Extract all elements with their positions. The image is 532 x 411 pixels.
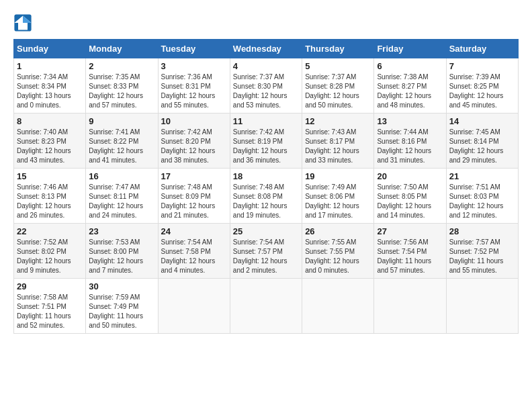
- page-header: [13, 13, 519, 32]
- day-number: 2: [89, 61, 154, 71]
- calendar-cell: 21 Sunrise: 7:51 AMSunset: 8:03 PMDaylig…: [446, 169, 518, 224]
- header-saturday: Saturday: [446, 40, 518, 58]
- calendar-cell: 11 Sunrise: 7:42 AMSunset: 8:19 PMDaylig…: [230, 113, 302, 169]
- day-number: 18: [233, 171, 299, 181]
- day-info: Sunrise: 7:59 AMSunset: 7:49 PMDaylight:…: [89, 293, 154, 330]
- day-info: Sunrise: 7:57 AMSunset: 7:52 PMDaylight:…: [449, 238, 515, 275]
- logo-icon: [13, 13, 32, 32]
- day-number: 9: [89, 116, 154, 126]
- day-info: Sunrise: 7:46 AMSunset: 8:13 PMDaylight:…: [17, 183, 83, 220]
- day-info: Sunrise: 7:37 AMSunset: 8:28 PMDaylight:…: [305, 73, 371, 110]
- week-row-5: 29 Sunrise: 7:58 AMSunset: 7:51 PMDaylig…: [14, 279, 519, 334]
- calendar-cell: 23 Sunrise: 7:53 AMSunset: 8:00 PMDaylig…: [86, 224, 158, 279]
- calendar-cell: [230, 279, 302, 334]
- day-number: 8: [17, 116, 83, 126]
- calendar-cell: 29 Sunrise: 7:58 AMSunset: 7:51 PMDaylig…: [14, 279, 86, 334]
- day-info: Sunrise: 7:41 AMSunset: 8:22 PMDaylight:…: [89, 128, 154, 165]
- calendar-cell: 18 Sunrise: 7:48 AMSunset: 8:08 PMDaylig…: [230, 169, 302, 224]
- week-row-2: 8 Sunrise: 7:40 AMSunset: 8:23 PMDayligh…: [14, 113, 519, 169]
- day-number: 11: [233, 116, 299, 126]
- day-info: Sunrise: 7:35 AMSunset: 8:33 PMDaylight:…: [89, 73, 154, 110]
- calendar-cell: 1 Sunrise: 7:34 AMSunset: 8:34 PMDayligh…: [14, 58, 86, 113]
- day-info: Sunrise: 7:55 AMSunset: 7:55 PMDaylight:…: [305, 238, 371, 275]
- calendar-cell: 12 Sunrise: 7:43 AMSunset: 8:17 PMDaylig…: [302, 113, 374, 169]
- calendar-cell: 9 Sunrise: 7:41 AMSunset: 8:22 PMDayligh…: [86, 113, 158, 169]
- day-info: Sunrise: 7:52 AMSunset: 8:02 PMDaylight:…: [17, 238, 83, 275]
- calendar-cell: 22 Sunrise: 7:52 AMSunset: 8:02 PMDaylig…: [14, 224, 86, 279]
- day-info: Sunrise: 7:40 AMSunset: 8:23 PMDaylight:…: [17, 128, 83, 165]
- day-number: 26: [305, 226, 371, 236]
- day-number: 21: [449, 171, 515, 181]
- calendar-cell: 24 Sunrise: 7:54 AMSunset: 7:58 PMDaylig…: [158, 224, 230, 279]
- day-number: 19: [305, 171, 371, 181]
- day-info: Sunrise: 7:38 AMSunset: 8:27 PMDaylight:…: [377, 73, 443, 110]
- calendar-cell: 5 Sunrise: 7:37 AMSunset: 8:28 PMDayligh…: [302, 58, 374, 113]
- calendar-cell: 19 Sunrise: 7:49 AMSunset: 8:06 PMDaylig…: [302, 169, 374, 224]
- calendar-cell: 14 Sunrise: 7:45 AMSunset: 8:14 PMDaylig…: [446, 113, 518, 169]
- calendar-cell: 30 Sunrise: 7:59 AMSunset: 7:49 PMDaylig…: [86, 279, 158, 334]
- calendar-cell: 15 Sunrise: 7:46 AMSunset: 8:13 PMDaylig…: [14, 169, 86, 224]
- day-info: Sunrise: 7:54 AMSunset: 7:57 PMDaylight:…: [233, 238, 299, 275]
- day-number: 3: [161, 61, 227, 71]
- day-number: 25: [233, 226, 299, 236]
- day-number: 17: [161, 171, 227, 181]
- day-info: Sunrise: 7:49 AMSunset: 8:06 PMDaylight:…: [305, 183, 371, 220]
- day-info: Sunrise: 7:42 AMSunset: 8:20 PMDaylight:…: [161, 128, 227, 165]
- day-info: Sunrise: 7:39 AMSunset: 8:25 PMDaylight:…: [449, 73, 515, 110]
- calendar-cell: 4 Sunrise: 7:37 AMSunset: 8:30 PMDayligh…: [230, 58, 302, 113]
- day-info: Sunrise: 7:50 AMSunset: 8:05 PMDaylight:…: [377, 183, 443, 220]
- calendar-cell: 25 Sunrise: 7:54 AMSunset: 7:57 PMDaylig…: [230, 224, 302, 279]
- day-number: 16: [89, 171, 154, 181]
- day-info: Sunrise: 7:48 AMSunset: 8:08 PMDaylight:…: [233, 183, 299, 220]
- day-number: 22: [17, 226, 83, 236]
- week-row-4: 22 Sunrise: 7:52 AMSunset: 8:02 PMDaylig…: [14, 224, 519, 279]
- calendar-cell: 7 Sunrise: 7:39 AMSunset: 8:25 PMDayligh…: [446, 58, 518, 113]
- calendar-cell: 26 Sunrise: 7:55 AMSunset: 7:55 PMDaylig…: [302, 224, 374, 279]
- day-info: Sunrise: 7:53 AMSunset: 8:00 PMDaylight:…: [89, 238, 154, 275]
- logo: [13, 13, 35, 32]
- calendar-cell: [374, 279, 446, 334]
- calendar-table: SundayMondayTuesdayWednesdayThursdayFrid…: [13, 39, 519, 334]
- day-number: 29: [17, 281, 83, 291]
- day-number: 20: [377, 171, 443, 181]
- calendar-cell: 6 Sunrise: 7:38 AMSunset: 8:27 PMDayligh…: [374, 58, 446, 113]
- header-friday: Friday: [374, 40, 446, 58]
- day-info: Sunrise: 7:43 AMSunset: 8:17 PMDaylight:…: [305, 128, 371, 165]
- header-thursday: Thursday: [302, 40, 374, 58]
- day-info: Sunrise: 7:51 AMSunset: 8:03 PMDaylight:…: [449, 183, 515, 220]
- day-number: 23: [89, 226, 154, 236]
- day-number: 13: [377, 116, 443, 126]
- calendar-cell: 13 Sunrise: 7:44 AMSunset: 8:16 PMDaylig…: [374, 113, 446, 169]
- day-number: 7: [449, 61, 515, 71]
- calendar-cell: 3 Sunrise: 7:36 AMSunset: 8:31 PMDayligh…: [158, 58, 230, 113]
- day-number: 4: [233, 61, 299, 71]
- calendar-header-row: SundayMondayTuesdayWednesdayThursdayFrid…: [14, 40, 519, 58]
- calendar-cell: 27 Sunrise: 7:56 AMSunset: 7:54 PMDaylig…: [374, 224, 446, 279]
- day-info: Sunrise: 7:58 AMSunset: 7:51 PMDaylight:…: [17, 293, 83, 330]
- day-number: 5: [305, 61, 371, 71]
- day-info: Sunrise: 7:45 AMSunset: 8:14 PMDaylight:…: [449, 128, 515, 165]
- day-number: 1: [17, 61, 83, 71]
- calendar-cell: 16 Sunrise: 7:47 AMSunset: 8:11 PMDaylig…: [86, 169, 158, 224]
- day-info: Sunrise: 7:56 AMSunset: 7:54 PMDaylight:…: [377, 238, 443, 275]
- calendar-cell: 10 Sunrise: 7:42 AMSunset: 8:20 PMDaylig…: [158, 113, 230, 169]
- calendar-cell: 28 Sunrise: 7:57 AMSunset: 7:52 PMDaylig…: [446, 224, 518, 279]
- day-number: 27: [377, 226, 443, 236]
- day-number: 6: [377, 61, 443, 71]
- day-info: Sunrise: 7:48 AMSunset: 8:09 PMDaylight:…: [161, 183, 227, 220]
- day-info: Sunrise: 7:47 AMSunset: 8:11 PMDaylight:…: [89, 183, 154, 220]
- calendar-cell: 20 Sunrise: 7:50 AMSunset: 8:05 PMDaylig…: [374, 169, 446, 224]
- calendar-cell: [446, 279, 518, 334]
- day-info: Sunrise: 7:36 AMSunset: 8:31 PMDaylight:…: [161, 73, 227, 110]
- day-info: Sunrise: 7:44 AMSunset: 8:16 PMDaylight:…: [377, 128, 443, 165]
- header-tuesday: Tuesday: [158, 40, 230, 58]
- calendar-cell: 2 Sunrise: 7:35 AMSunset: 8:33 PMDayligh…: [86, 58, 158, 113]
- day-number: 14: [449, 116, 515, 126]
- day-number: 30: [89, 281, 154, 291]
- day-number: 12: [305, 116, 371, 126]
- calendar-cell: [158, 279, 230, 334]
- day-info: Sunrise: 7:42 AMSunset: 8:19 PMDaylight:…: [233, 128, 299, 165]
- calendar-cell: 17 Sunrise: 7:48 AMSunset: 8:09 PMDaylig…: [158, 169, 230, 224]
- header-sunday: Sunday: [14, 40, 86, 58]
- header-wednesday: Wednesday: [230, 40, 302, 58]
